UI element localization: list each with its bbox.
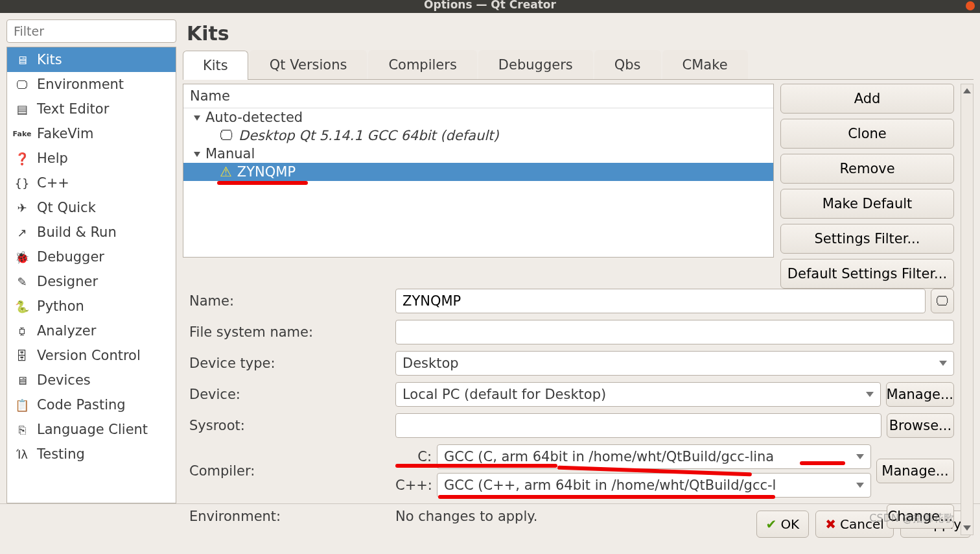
close-icon[interactable] — [966, 1, 975, 10]
sidebar-item-environment[interactable]: 🖵Environment — [7, 72, 176, 97]
monitor-icon: 🖵 — [220, 128, 233, 143]
analyzer-icon: ⧮ — [15, 324, 29, 338]
default-settings-filter-button[interactable]: Default Settings Filter... — [780, 259, 954, 289]
annotation-underline — [800, 461, 845, 465]
tab-debuggers[interactable]: Debuggers — [478, 50, 593, 79]
sidebar-item-version-control[interactable]: 🗄Version Control — [7, 343, 176, 368]
device-manage-button[interactable]: Manage... — [886, 382, 954, 407]
annotation-underline — [217, 181, 308, 185]
sidebar-item-kits[interactable]: 🖥Kits — [7, 47, 176, 72]
tree-group-label: Auto-detected — [205, 110, 303, 125]
testing-icon: Ίλ — [15, 448, 29, 461]
sidebar-item-devices[interactable]: 🖥Devices — [7, 368, 176, 392]
clone-button[interactable]: Clone — [780, 119, 954, 149]
add-button[interactable]: Add — [780, 84, 954, 114]
compiler-cpp-combo[interactable]: GCC (C++, arm 64bit in /home/wht/QtBuild… — [437, 473, 871, 498]
sidebar-item-label: Python — [37, 298, 84, 314]
sidebar-item-cpp[interactable]: {}C++ — [7, 171, 176, 195]
sidebar-item-label: C++ — [37, 175, 69, 191]
window-title: Options — Qt Creator — [424, 0, 556, 11]
name-input[interactable] — [395, 289, 926, 313]
sidebar-item-fakevim[interactable]: FakeFakeVim — [7, 121, 176, 146]
sidebar-item-build-run[interactable]: ↗Build & Run — [7, 220, 176, 245]
device-combo[interactable]: Local PC (default for Desktop) — [395, 382, 881, 407]
tab-compilers[interactable]: Compilers — [368, 50, 476, 79]
combo-value: Desktop — [402, 355, 459, 371]
sidebar-item-label: Language Client — [37, 422, 148, 437]
monitor-icon: 🖵 — [936, 293, 949, 309]
sidebar-item-debugger[interactable]: 🐞Debugger — [7, 245, 176, 269]
sidebar-item-label: Code Pasting — [37, 397, 126, 413]
sysroot-browse-button[interactable]: Browse... — [887, 413, 954, 438]
hammer-icon: ↗ — [15, 226, 29, 239]
sidebar-item-testing[interactable]: ΊλTesting — [7, 442, 176, 466]
tree-item-zynqmp[interactable]: ⚠ZYNQMP — [183, 163, 773, 181]
tree-header-name: Name — [183, 84, 773, 108]
clipboard-icon: 📋 — [15, 398, 29, 412]
sidebar-item-label: Designer — [37, 274, 98, 289]
sidebar-item-label: Version Control — [37, 348, 141, 363]
chevron-down-icon — [194, 115, 200, 121]
devices-icon: 🖥 — [15, 374, 29, 387]
vertical-scrollbar[interactable] — [961, 84, 974, 535]
fsname-label: File system name: — [183, 324, 395, 340]
lang-client-icon: ⎘ — [15, 423, 29, 437]
filter-input[interactable] — [6, 19, 176, 43]
kits-tree[interactable]: Name Auto-detected 🖵Desktop Qt 5.14.1 GC… — [183, 84, 774, 258]
annotation-underline — [395, 464, 557, 468]
tab-kits[interactable]: Kits — [183, 51, 248, 80]
sidebar-item-language-client[interactable]: ⎘Language Client — [7, 417, 176, 442]
tree-group-manual[interactable]: Manual — [183, 145, 773, 163]
settings-filter-button[interactable]: Settings Filter... — [780, 224, 954, 254]
scroll-down-icon[interactable] — [961, 522, 973, 535]
remove-button[interactable]: Remove — [780, 154, 954, 184]
sidebar-item-label: Help — [37, 151, 68, 166]
environment-label: Environment: — [183, 509, 395, 524]
compiler-manage-button[interactable]: Manage... — [876, 459, 954, 483]
monitor-icon: 🖵 — [15, 78, 29, 91]
device-type-combo[interactable]: Desktop — [395, 351, 954, 376]
sidebar-item-python[interactable]: 🐍Python — [7, 294, 176, 319]
sidebar-item-label: Debugger — [37, 249, 104, 265]
compiler-label: Compiler: — [183, 463, 395, 479]
sysroot-input[interactable] — [395, 413, 881, 438]
tab-qbs[interactable]: Qbs — [594, 50, 661, 79]
tab-cmake[interactable]: CMake — [662, 50, 748, 79]
scroll-up-icon[interactable] — [961, 84, 973, 97]
sidebar-item-label: Environment — [37, 77, 124, 92]
tree-item-desktop-default[interactable]: 🖵Desktop Qt 5.14.1 GCC 64bit (default) — [183, 126, 773, 145]
sidebar-item-label: FakeVim — [37, 126, 94, 141]
sidebar-item-code-pasting[interactable]: 📋Code Pasting — [7, 392, 176, 417]
sidebar-item-help[interactable]: ❓Help — [7, 146, 176, 171]
sidebar-item-label: Devices — [37, 372, 91, 388]
annotation-underline — [438, 495, 775, 499]
compiler-c-label: C: — [395, 449, 432, 464]
device-type-icon-button[interactable]: 🖵 — [931, 289, 954, 313]
make-default-button[interactable]: Make Default — [780, 189, 954, 219]
braces-icon: {} — [15, 176, 29, 190]
sidebar-item-text-editor[interactable]: ▤Text Editor — [7, 97, 176, 121]
page-title: Kits — [187, 22, 974, 45]
sidebar-item-label: Analyzer — [37, 323, 96, 339]
sidebar-item-qtquick[interactable]: ✈Qt Quick — [7, 195, 176, 220]
sidebar-item-label: Kits — [37, 52, 62, 67]
device-type-label: Device type: — [183, 355, 395, 371]
plane-icon: ✈ — [15, 201, 29, 215]
tab-qt-versions[interactable]: Qt Versions — [250, 50, 368, 79]
chevron-down-icon — [939, 361, 947, 366]
fsname-input[interactable] — [395, 320, 954, 344]
watermark-text: CSDN @指舞花歌 — [869, 512, 954, 525]
tree-group-auto[interactable]: Auto-detected — [183, 108, 773, 126]
tab-bar: Kits Qt Versions Compilers Debuggers Qbs… — [183, 50, 974, 80]
sidebar-item-designer[interactable]: ✎Designer — [7, 269, 176, 294]
bug-icon: 🐞 — [15, 250, 29, 264]
python-icon: 🐍 — [15, 300, 29, 313]
sidebar-item-label: Build & Run — [37, 224, 117, 240]
warning-icon: ⚠ — [220, 164, 232, 180]
sidebar-item-analyzer[interactable]: ⧮Analyzer — [7, 319, 176, 343]
kits-icon: 🖥 — [15, 53, 29, 67]
chevron-down-icon — [856, 454, 864, 459]
sidebar-item-label: Qt Quick — [37, 200, 96, 215]
name-label: Name: — [183, 293, 395, 309]
chevron-down-icon — [866, 392, 874, 397]
